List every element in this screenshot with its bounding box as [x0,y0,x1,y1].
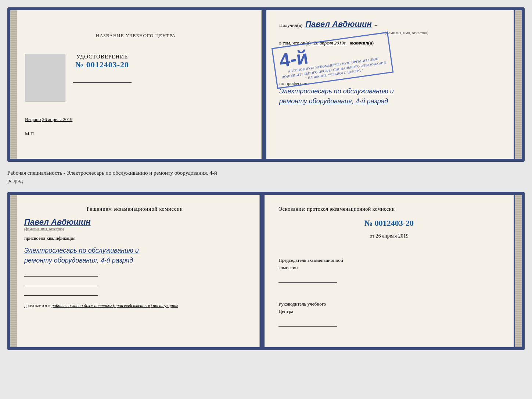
director-line1: Руководитель учебного [278,300,500,308]
sig-line-3 [24,289,98,296]
допускается-text: работе согласно должностным (производств… [51,303,178,308]
top-document: НАЗВАНИЕ УЧЕБНОГО ЦЕНТРА УДОСТОВЕРЕНИЕ №… [7,7,525,162]
middle-label: Рабочая специальность - Электрослесарь п… [7,168,525,186]
issued-date-value: 26 апреля 2019 [42,117,73,122]
profession-line1: Электрослесарь по обслуживанию и [279,86,501,96]
cert-number: № 0012403-20 [73,60,132,70]
ot-date-value: 26 апреля 2019 [376,233,409,239]
issued-label: Выдано [25,117,41,122]
photo-placeholder [25,54,65,101]
received-row: Получил(а) Павел Авдюшин – (фамилия, имя… [279,19,501,35]
chairman-label: Председатель экзаменационной комиссии [278,257,500,271]
director-line2: Центра [278,308,500,315]
cert-middle-row: УДОСТОВЕРЕНИЕ № 0012403-20 [25,54,247,101]
qual-line1: Электрослесарь по обслуживанию и [24,246,245,256]
training-center-title: НАЗВАНИЕ УЧЕБНОГО ЦЕНТРА [96,33,176,39]
допускается-prefix: допускается к [24,303,50,308]
top-right-page: Получил(а) Павел Авдюшин – (фамилия, имя… [266,10,514,159]
sig-line-1 [24,270,98,277]
qualification-text: Электрослесарь по обслуживанию и ремонту… [24,246,245,266]
right-texture-bottom [515,195,522,347]
chairman-line2: комиссии [278,264,500,271]
director-sig-line [278,320,337,327]
mp-label: М.П. [25,131,35,137]
received-prefix: Получил(а) [279,22,302,28]
middle-label-line2: разряд [7,177,525,185]
qual-line2: ремонту оборудования, 4-й разряд [24,256,245,266]
profession-text: Электрослесарь по обслуживанию и ремонту… [279,86,501,106]
cert-label-number: УДОСТОВЕРЕНИЕ № 0012403-20 [73,54,132,83]
document-container: НАЗВАНИЕ УЧЕБНОГО ЦЕНТРА УДОСТОВЕРЕНИЕ №… [7,7,525,350]
recipient-name: Павел Авдюшин [305,19,372,29]
osnование-text: Основание: протокол экзаменационной коми… [278,205,500,213]
signature-lines [24,270,245,296]
chairman-line1: Председатель экзаменационной [278,257,500,264]
person-sublabel: (фамилия, имя, отчество) [24,227,245,231]
director-label: Руководитель учебного Центра [278,300,500,315]
bottom-left-page: Решением экзаменационной комиссии Павел … [10,195,260,347]
ot-prefix: от [370,233,374,239]
bottom-right-page: Основание: протокол экзаменационной коми… [265,195,514,347]
chairman-sig-line [278,276,337,283]
допускается-row: допускается к работе согласно должностны… [24,303,245,309]
protocol-number: № 0012403-20 [278,218,500,228]
person-name: Павел Авдюшин [24,217,245,227]
left-texture-bottom [10,195,17,347]
resolution-title: Решением экзаменационной комиссии [24,205,245,213]
middle-label-line1: Рабочая специальность - Электрослесарь п… [7,169,525,177]
qualification-label: присвоена квалификация [24,235,245,241]
sig-line-2 [24,279,98,286]
dash1: – [375,22,377,28]
cert-label: УДОСТОВЕРЕНИЕ [73,54,132,60]
spine-bottom [260,195,265,347]
recipient-sublabel: (фамилия, имя, отчество) [312,31,501,35]
issued-date: Выдано 26 апреля 2019 [25,117,247,122]
top-left-page: НАЗВАНИЕ УЧЕБНОГО ЦЕНТРА УДОСТОВЕРЕНИЕ №… [10,10,262,159]
spine-top [262,10,266,159]
right-texture-top [515,10,522,159]
profession-line2: ремонту оборудования, 4-й разряд [279,96,501,106]
ot-date: от 26 апреля 2019 [278,233,500,239]
bottom-document: Решением экзаменационной комиссии Павел … [7,192,525,350]
